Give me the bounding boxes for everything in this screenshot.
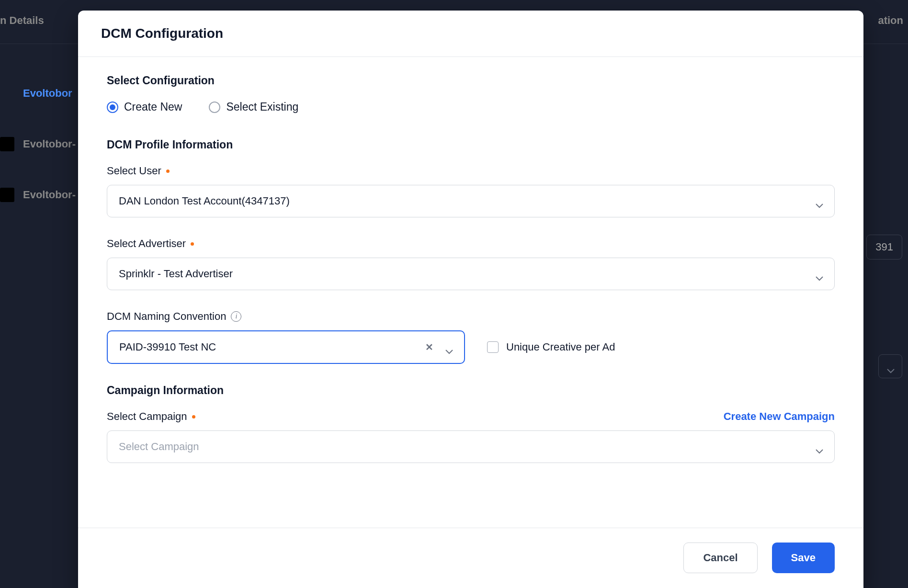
select-campaign-label-row: Select Campaign Create New Campaign (107, 410, 835, 423)
configuration-radio-group: Create New Select Existing (107, 101, 835, 113)
bg-item-label: Evoltobor (23, 87, 72, 100)
spacer-icon (0, 86, 14, 101)
chevron-down-icon (815, 444, 823, 449)
label-text: Select Campaign (107, 410, 187, 423)
radio-create-new[interactable]: Create New (107, 101, 182, 113)
chevron-down-icon (886, 364, 894, 369)
modal-title: DCM Configuration (101, 26, 840, 41)
select-user-dropdown[interactable]: DAN London Test Account(4347137) (107, 185, 835, 217)
bg-dropdown (878, 354, 902, 378)
campaign-information-heading: Campaign Information (107, 384, 835, 397)
bg-header-left: n Details (0, 14, 44, 27)
dcm-profile-heading: DCM Profile Information (107, 138, 835, 151)
select-advertiser-value: Sprinklr - Test Advertiser (119, 268, 815, 280)
select-advertiser-label: Select Advertiser (107, 237, 835, 250)
app-icon (0, 137, 14, 151)
select-advertiser-dropdown[interactable]: Sprinklr - Test Advertiser (107, 258, 835, 290)
select-configuration-heading: Select Configuration (107, 74, 835, 87)
label-text: DCM Naming Convention (107, 310, 226, 323)
save-button[interactable]: Save (772, 543, 835, 573)
checkbox-icon (487, 341, 499, 353)
modal-footer: Cancel Save (78, 528, 863, 588)
select-campaign-dropdown[interactable]: Select Campaign (107, 430, 835, 463)
select-user-label: Select User (107, 165, 835, 177)
checkbox-label: Unique Creative per Ad (506, 341, 615, 353)
modal-body: Select Configuration Create New Select E… (78, 57, 863, 528)
select-user-value: DAN London Test Account(4347137) (119, 195, 815, 207)
info-icon[interactable]: i (231, 311, 241, 322)
unique-creative-checkbox[interactable]: Unique Creative per Ad (487, 341, 615, 353)
naming-convention-value: PAID-39910 Test NC (119, 341, 425, 353)
required-icon (192, 415, 195, 418)
cancel-button[interactable]: Cancel (683, 543, 757, 573)
bg-tag-label: 391 (875, 241, 893, 253)
chevron-down-icon (815, 271, 823, 276)
required-icon (191, 242, 194, 246)
radio-icon (209, 102, 220, 113)
select-campaign-placeholder: Select Campaign (119, 441, 815, 453)
radio-icon (107, 102, 118, 113)
app-icon (0, 188, 14, 202)
naming-convention-dropdown[interactable]: PAID-39910 Test NC ✕ (107, 330, 465, 364)
label-text: Select User (107, 165, 161, 177)
naming-convention-row: PAID-39910 Test NC ✕ Unique Creative per… (107, 330, 835, 364)
radio-select-existing[interactable]: Select Existing (209, 101, 298, 113)
bg-header-right: ation (878, 14, 908, 27)
dcm-configuration-modal: DCM Configuration Select Configuration C… (78, 11, 863, 588)
chevron-down-icon (445, 345, 453, 350)
chevron-down-icon (815, 199, 823, 204)
select-campaign-label: Select Campaign (107, 410, 195, 423)
radio-label: Create New (124, 101, 182, 113)
naming-convention-label: DCM Naming Convention i (107, 310, 835, 323)
radio-label: Select Existing (226, 101, 298, 113)
bg-tag: 391 (866, 235, 902, 260)
modal-header: DCM Configuration (78, 11, 863, 57)
label-text: Select Advertiser (107, 237, 186, 250)
required-icon (166, 170, 170, 173)
create-new-campaign-link[interactable]: Create New Campaign (724, 410, 835, 423)
bg-item-label: Evoltobor- (23, 138, 76, 150)
bg-item-label: Evoltobor- (23, 189, 76, 201)
clear-icon[interactable]: ✕ (425, 341, 433, 353)
